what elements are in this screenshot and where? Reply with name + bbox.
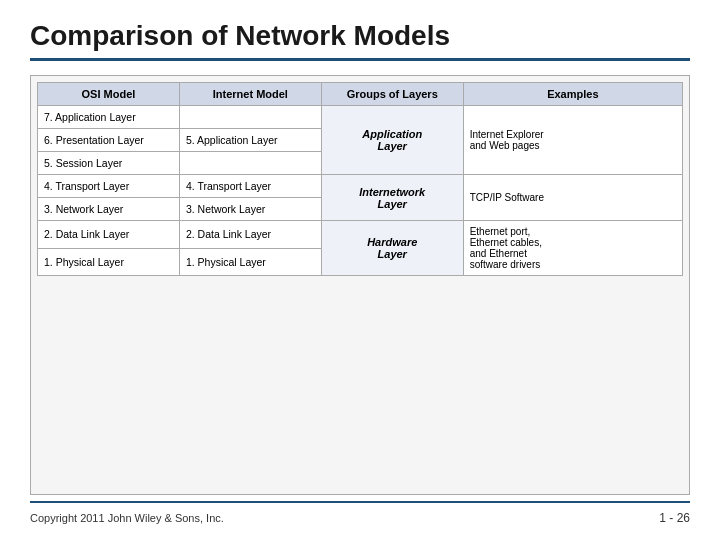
header-examples: Examples — [463, 83, 682, 106]
slide: Comparison of Network Models OSI Model I… — [0, 0, 720, 540]
slide-title: Comparison of Network Models — [30, 20, 690, 52]
examples-internetwork: TCP/IP Software — [463, 175, 682, 221]
osi-cell: 3. Network Layer — [38, 198, 180, 221]
internet-cell: 4. Transport Layer — [179, 175, 321, 198]
osi-cell: 2. Data Link Layer — [38, 221, 180, 249]
osi-cell: 6. Presentation Layer — [38, 129, 180, 152]
table-row: 7. Application Layer ApplicationLayer In… — [38, 106, 683, 129]
examples-hardware: Ethernet port,Ethernet cables,and Ethern… — [463, 221, 682, 276]
internet-cell — [179, 152, 321, 175]
internet-cell: 2. Data Link Layer — [179, 221, 321, 249]
table-container: OSI Model Internet Model Groups of Layer… — [30, 75, 690, 495]
group-application: ApplicationLayer — [321, 106, 463, 175]
osi-cell: 7. Application Layer — [38, 106, 180, 129]
internet-cell: 1. Physical Layer — [179, 248, 321, 276]
internet-cell: 5. Application Layer — [179, 129, 321, 152]
header-osi: OSI Model — [38, 83, 180, 106]
osi-cell: 4. Transport Layer — [38, 175, 180, 198]
internet-cell — [179, 106, 321, 129]
group-hardware: HardwareLayer — [321, 221, 463, 276]
page-number: 1 - 26 — [659, 511, 690, 525]
internet-cell: 3. Network Layer — [179, 198, 321, 221]
group-internetwork: InternetworkLayer — [321, 175, 463, 221]
examples-application: Internet Explorerand Web pages — [463, 106, 682, 175]
footer: Copyright 2011 John Wiley & Sons, Inc. 1… — [30, 501, 690, 525]
copyright-text: Copyright 2011 John Wiley & Sons, Inc. — [30, 512, 224, 524]
osi-cell: 5. Session Layer — [38, 152, 180, 175]
osi-cell: 1. Physical Layer — [38, 248, 180, 276]
header-groups: Groups of Layers — [321, 83, 463, 106]
table-row: 4. Transport Layer 4. Transport Layer In… — [38, 175, 683, 198]
title-underline — [30, 58, 690, 61]
table-row: 2. Data Link Layer 2. Data Link Layer Ha… — [38, 221, 683, 249]
comparison-table: OSI Model Internet Model Groups of Layer… — [37, 82, 683, 276]
header-internet: Internet Model — [179, 83, 321, 106]
